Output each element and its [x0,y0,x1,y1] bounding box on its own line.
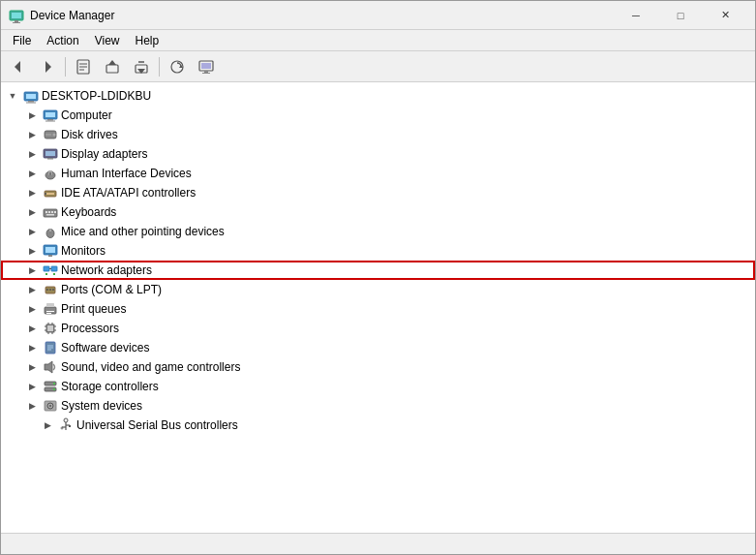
list-item[interactable]: ▶ Sound, video and game controllers [1,357,755,377]
expand-icon: ▶ [24,185,40,200]
display-button[interactable] [193,54,220,79]
item-label: Network adapters [61,263,152,277]
device-manager-window: Device Manager ─ □ ✕ File Action View He… [0,0,756,555]
svg-rect-52 [48,255,52,257]
item-label: Storage controllers [61,380,159,393]
svg-marker-4 [15,61,20,73]
svg-point-60 [49,289,51,291]
expand-icon: ▶ [24,359,40,375]
svg-point-88 [64,418,68,422]
list-item[interactable]: ▶ Ports (COM & LPT) [1,280,755,299]
network-adapters-icon [43,262,58,278]
ide-icon [43,185,58,200]
display-adapters-icon [43,146,58,162]
item-label: System devices [61,399,142,413]
list-item[interactable]: ▶ Human Interface Devices [1,164,755,183]
expand-icon: ▶ [24,204,40,220]
svg-rect-42 [45,211,47,213]
network-adapters-item[interactable]: ▶ Network adapters [1,261,755,280]
svg-rect-20 [202,73,210,74]
list-item[interactable]: ▶ Mice and other pointing devices [1,222,755,241]
tree-root[interactable]: ▼ DESKTOP-LDIDKBU [1,86,755,106]
device-tree-panel[interactable]: ▼ DESKTOP-LDIDKBU ▶ Computer ▶ [1,82,755,533]
svg-rect-37 [49,172,51,175]
expand-icon: ▶ [24,398,40,414]
scan-changes-button[interactable] [164,54,191,79]
toolbar-separator-1 [65,57,66,77]
svg-rect-22 [26,94,36,99]
uninstall-button[interactable] [128,54,155,79]
maximize-button[interactable]: □ [658,1,703,30]
system-devices-icon [43,398,58,414]
item-label: IDE ATA/ATAPI controllers [61,186,196,200]
svg-point-84 [53,388,55,390]
svg-point-93 [61,427,63,429]
window-controls: ─ □ ✕ [614,1,747,30]
list-item[interactable]: ▶ Display adapters [1,144,755,164]
list-item[interactable]: ▶ Universal Serial Bus controllers [1,416,755,435]
list-item[interactable]: ▶ Disk drives [1,125,755,144]
svg-rect-53 [44,266,49,271]
toolbar [1,51,755,82]
list-item[interactable]: ▶ Computer [1,106,755,125]
expand-icon: ▶ [24,321,40,336]
svg-point-83 [53,383,55,385]
item-label: Ports (COM & LPT) [61,283,162,296]
forward-button[interactable] [34,54,61,79]
item-label: Display adapters [61,147,147,161]
menu-action[interactable]: Action [39,32,86,49]
back-button[interactable] [5,54,32,79]
menu-help[interactable]: Help [128,32,167,49]
svg-rect-39 [46,193,54,195]
software-devices-icon [43,340,58,355]
item-label: Mice and other pointing devices [61,225,225,238]
usb-icon [58,417,74,433]
processors-icon [43,321,58,336]
item-label: Human Interface Devices [61,167,192,180]
list-item[interactable]: ▶ System devices [1,396,755,416]
list-item[interactable]: ▶ IDE ATA/ATAPI controllers [1,183,755,202]
hid-icon [43,166,58,181]
menu-view[interactable]: View [87,32,128,49]
close-button[interactable]: ✕ [703,1,747,30]
minimize-button[interactable]: ─ [614,1,658,30]
expand-icon: ▶ [24,166,40,181]
svg-rect-28 [45,121,55,122]
svg-rect-19 [204,71,208,73]
item-label: Processors [61,322,119,335]
item-label: Computer [61,108,112,122]
svg-rect-33 [45,151,55,156]
svg-rect-1 [12,13,21,18]
root-expand-icon: ▼ [5,88,20,104]
expand-icon: ▶ [24,301,40,317]
list-item[interactable]: ▶ Processors [1,319,755,338]
svg-marker-11 [108,60,116,65]
list-item[interactable]: ▶ Monitors [1,241,755,261]
menu-file[interactable]: File [5,32,39,49]
item-label: Sound, video and game controllers [61,360,240,374]
svg-marker-80 [45,361,52,373]
list-item[interactable]: ▶ Storage controllers [1,377,755,396]
list-item[interactable]: ▶ Print queues [1,299,755,319]
list-item[interactable]: ▶ Software devices [1,338,755,357]
expand-icon: ▶ [24,108,40,123]
svg-rect-56 [45,273,47,275]
svg-rect-43 [48,211,50,213]
root-icon [23,88,39,104]
svg-rect-62 [45,307,56,314]
expand-icon: ▶ [24,379,40,394]
list-item[interactable]: ▶ Keyboards [1,202,755,222]
svg-rect-46 [46,214,54,216]
disk-drives-icon [43,127,58,142]
update-driver-button[interactable] [99,54,126,79]
expand-icon: ▶ [24,224,40,239]
mice-icon [43,224,58,239]
svg-rect-45 [54,211,56,213]
svg-rect-65 [46,313,51,314]
item-label: Print queues [61,302,126,316]
svg-rect-18 [201,63,211,69]
properties-button[interactable] [70,54,97,79]
svg-rect-63 [46,303,54,307]
expand-icon: ▶ [24,127,40,142]
storage-controllers-icon [43,379,58,394]
